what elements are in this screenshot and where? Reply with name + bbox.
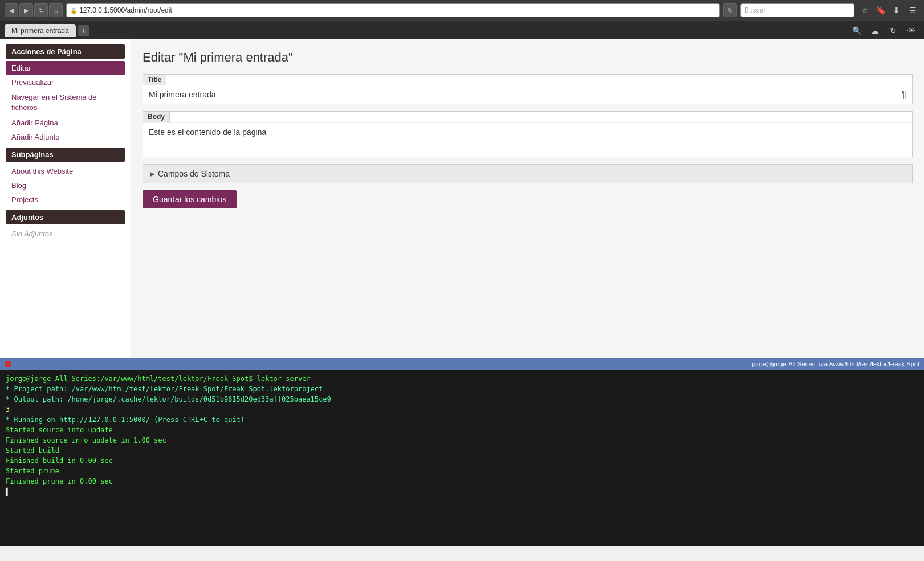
system-fields-label: Campos de Sistema (158, 169, 230, 178)
title-field-container: Title ¶ (143, 74, 913, 104)
save-button[interactable]: Guardar los cambios (143, 190, 237, 208)
title-input-row: ¶ (143, 85, 912, 104)
adjuntos-header: Adjuntos (6, 210, 125, 224)
active-tab[interactable]: Mi primera entrada (5, 24, 76, 37)
terminal-line-5: * Running on http://127.0.0.1:5000/ (Pre… (6, 415, 918, 425)
page-title: Editar "Mi primera entrada" (143, 50, 913, 65)
terminal-line-9: Finished build in 0.00 sec (6, 456, 918, 466)
terminal-line-2: * Project path: /var/www/html/test/lekto… (6, 384, 918, 394)
sidebar-item-anadir-pagina[interactable]: Añadir Página (6, 116, 125, 130)
terminal-line-8: Started build (6, 445, 918, 456)
sidebar-item-previsualizar[interactable]: Previsualizar (6, 75, 125, 89)
terminal-line-7: Finished source info update in 1.00 sec (6, 435, 918, 445)
back-button[interactable]: ◀ (5, 3, 18, 17)
terminal-line-1: jorge@jorge-All-Series:/var/www/html/tes… (6, 374, 918, 384)
sidebar-item-blog[interactable]: Blog (6, 178, 125, 193)
terminal-titlebar: jorge@jorge-All-Series: /var/www/html/te… (0, 358, 924, 370)
body-field-container: Body Este es el contenido de la página (143, 111, 913, 157)
sin-adjuntos-label: Sin Adjuntos (6, 227, 125, 241)
terminal-title: jorge@jorge-All-Series: /var/www/html/te… (15, 361, 919, 367)
search-bar[interactable]: Buscar (740, 3, 854, 17)
system-fields-arrow-icon: ▶ (150, 170, 154, 178)
terminal-line-6: Started source info update (6, 425, 918, 435)
terminal-line-11: Finished prune in 0.00 sec (6, 476, 918, 486)
sidebar: Acciones de Página Editar Previsualizar … (0, 39, 131, 358)
nav-buttons: ◀ ▶ ↻ ⌂ (5, 3, 63, 17)
subpaginas-header: Subpáginas (6, 148, 125, 162)
pilcrow-icon[interactable]: ¶ (895, 85, 912, 104)
system-fields-section: ▶ Campos de Sistema (143, 164, 913, 183)
terminal-line-3: * Output path: /home/jorge/.cache/lektor… (6, 394, 918, 404)
bookmark-star-icon[interactable]: ☆ (858, 3, 872, 17)
edit-area: Editar "Mi primera entrada" Title ¶ Body… (131, 39, 924, 358)
system-fields-header[interactable]: ▶ Campos de Sistema (143, 165, 912, 183)
download-icon[interactable]: ⬇ (890, 3, 903, 17)
sidebar-item-about[interactable]: About this Website (6, 164, 125, 178)
new-tab-button[interactable]: + (78, 25, 89, 36)
browser-action-icons: ☆ 🔖 ⬇ ☰ (858, 3, 919, 17)
sidebar-item-projects[interactable]: Projects (6, 193, 125, 207)
title-label: Title (143, 74, 166, 85)
body-input[interactable]: Este es el contenido de la página (143, 122, 912, 157)
address-text: 127.0.0.1:5000/admin/root/edit (79, 6, 172, 14)
title-input[interactable] (143, 85, 895, 104)
browser-reload-button[interactable]: ↻ (723, 3, 737, 17)
terminal-close-icon[interactable] (5, 361, 11, 367)
terminal-line-10: Started prune (6, 466, 918, 476)
refresh-tab-icon[interactable]: ↻ (885, 24, 901, 38)
search-tab-icon[interactable]: 🔍 (849, 24, 865, 38)
browser-chrome: ◀ ▶ ↻ ⌂ 🔒 127.0.0.1:5000/admin/root/edit… (0, 0, 924, 21)
bookmarks-icon[interactable]: 🔖 (874, 3, 888, 17)
terminal-line-4: 3 (6, 404, 918, 415)
eye-tab-icon[interactable]: 👁 (903, 24, 919, 38)
terminal-body: jorge@jorge-All-Series:/var/www/html/tes… (0, 370, 924, 500)
cloud-tab-icon[interactable]: ☁ (867, 24, 883, 38)
terminal-cursor: ▌ (6, 486, 918, 497)
tab-label: Mi primera entrada (11, 27, 69, 35)
search-placeholder: Buscar (744, 6, 766, 14)
sidebar-item-editar[interactable]: Editar (6, 61, 125, 75)
menu-icon[interactable]: ☰ (906, 3, 919, 17)
main-area: Acciones de Página Editar Previsualizar … (0, 39, 924, 358)
acciones-header: Acciones de Página (6, 44, 125, 59)
tab-right-icons: 🔍 ☁ ↻ 👁 (849, 24, 919, 38)
address-bar[interactable]: 🔒 127.0.0.1:5000/admin/root/edit (66, 3, 720, 17)
lock-icon: 🔒 (70, 7, 77, 14)
tab-bar: Mi primera entrada + 🔍 ☁ ↻ 👁 (0, 21, 924, 39)
terminal-wrapper: jorge@jorge-All-Series: /var/www/html/te… (0, 358, 924, 546)
sidebar-item-navegar[interactable]: Navegar en el Sistema de ficheros (6, 89, 125, 116)
sidebar-item-anadir-adjunto[interactable]: Añadir Adjunto (6, 130, 125, 144)
body-label: Body (143, 111, 170, 122)
home-button[interactable]: ⌂ (49, 3, 63, 17)
reload-button[interactable]: ↻ (34, 3, 48, 17)
forward-button[interactable]: ▶ (19, 3, 33, 17)
